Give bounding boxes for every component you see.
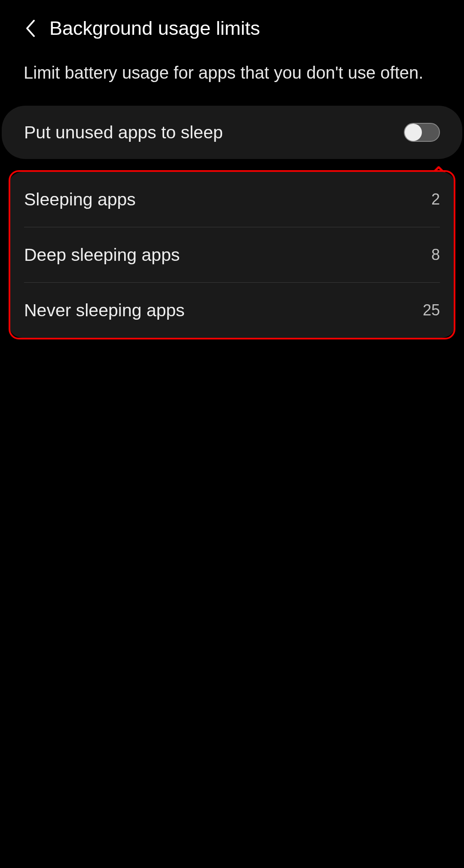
list-item-label: Never sleeping apps <box>24 300 185 321</box>
list-item-count: 2 <box>431 190 440 208</box>
toggle-label: Put unused apps to sleep <box>24 122 223 143</box>
list-card-wrapper: Sleeping apps 2 Deep sleeping apps 8 Nev… <box>9 172 455 338</box>
toggle-card: Put unused apps to sleep <box>2 106 462 159</box>
page-description: Limit battery usage for apps that you do… <box>0 52 464 106</box>
list-item-label: Sleeping apps <box>24 189 136 210</box>
never-sleeping-apps-row[interactable]: Never sleeping apps 25 <box>24 283 440 338</box>
header: Background usage limits <box>0 0 464 52</box>
sleeping-apps-row[interactable]: Sleeping apps 2 <box>24 172 440 227</box>
back-button[interactable] <box>21 20 39 37</box>
deep-sleeping-apps-row[interactable]: Deep sleeping apps 8 <box>24 227 440 282</box>
put-unused-apps-to-sleep-row[interactable]: Put unused apps to sleep <box>24 106 440 159</box>
list-card: Sleeping apps 2 Deep sleeping apps 8 Nev… <box>9 172 455 338</box>
back-icon <box>24 19 36 38</box>
toggle-knob <box>405 124 422 141</box>
list-item-count: 8 <box>431 246 440 264</box>
list-item-label: Deep sleeping apps <box>24 245 180 265</box>
list-item-count: 25 <box>423 301 440 319</box>
toggle-switch[interactable] <box>404 123 440 142</box>
page-title: Background usage limits <box>49 17 260 40</box>
